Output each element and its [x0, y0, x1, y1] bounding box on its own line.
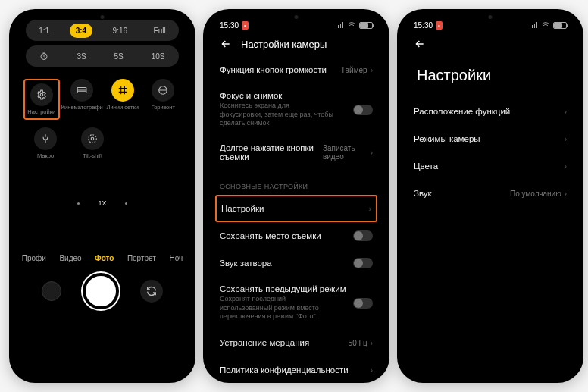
settings-sub-screen: 15:30 • Настройки Расположение функций	[403, 15, 577, 377]
row-shutter-sound[interactable]: Звук затвора	[220, 249, 373, 277]
toggle-location[interactable]	[353, 230, 373, 241]
svg-point-5	[89, 134, 97, 143]
ratio-3-4[interactable]: 3:4	[70, 24, 92, 38]
tool-horizon[interactable]: Горизонт	[145, 79, 181, 120]
mode-photo[interactable]: Фото	[95, 254, 114, 262]
chevron-right-icon: ›	[371, 339, 373, 347]
row-settings[interactable]: Настройки ›	[215, 195, 377, 222]
camera-screen: 1:1 3:4 9:16 Full 3S 5S 10S Настройки	[15, 15, 189, 377]
switch-camera-button[interactable]	[140, 280, 163, 303]
gear-icon	[30, 83, 53, 106]
viewfinder[interactable]: 1X	[15, 166, 189, 249]
tiltshift-icon	[81, 127, 104, 150]
svg-rect-2	[77, 88, 86, 93]
camera-cutout	[489, 15, 493, 19]
aspect-ratio-selector[interactable]: 1:1 3:4 9:16 Full	[26, 20, 179, 41]
mode-pro[interactable]: Профи	[22, 254, 46, 262]
tool-row-1: Настройки Кинематографи Линии сетки Гори…	[15, 71, 189, 123]
zoom-dot-tele[interactable]	[125, 202, 127, 205]
phone-settings-sub: 15:30 • Настройки Расположение функций	[397, 9, 583, 383]
film-icon	[70, 79, 93, 102]
row-sound[interactable]: Звук По умолчанию›	[414, 180, 567, 207]
shutter-row	[15, 267, 189, 320]
chevron-right-icon: ›	[371, 149, 373, 157]
zoom-value[interactable]: 1X	[98, 199, 106, 207]
row-long-press[interactable]: Долгое нажатие кнопки съемки Записать ви…	[220, 136, 373, 169]
timer-5s[interactable]: 5S	[108, 49, 130, 64]
tool-settings-label: Настройки	[27, 109, 55, 115]
back-button[interactable]	[220, 38, 232, 50]
wifi-icon	[541, 22, 550, 29]
camera-cutout	[295, 15, 299, 19]
header: Настройки камеры	[209, 32, 383, 56]
row-flicker[interactable]: Устранение мерцания 50 Гц›	[220, 329, 373, 356]
tool-macro[interactable]: Макро	[27, 127, 64, 159]
svg-point-4	[91, 137, 94, 140]
chevron-right-icon: ›	[371, 366, 373, 375]
horizon-icon	[152, 79, 174, 102]
section-main: ОСНОВНЫЕ НАСТРОЙКИ	[220, 169, 373, 195]
settings-list: Функция кнопок громкости Таймер› Фокус и…	[209, 56, 383, 377]
chevron-right-icon: ›	[565, 190, 567, 198]
page-title: Настройки камеры	[241, 39, 327, 50]
row-save-location[interactable]: Сохранять место съемки	[220, 222, 373, 249]
mode-strip[interactable]: Профи Видео Фото Портрет Ноч	[15, 249, 189, 267]
signal-icon	[335, 22, 344, 29]
tool-grid[interactable]: Линии сетки	[105, 79, 141, 120]
status-rec-icon: •	[242, 21, 249, 30]
ratio-1-1[interactable]: 1:1	[33, 24, 55, 38]
tool-macro-label: Макро	[37, 153, 54, 159]
timer-icon	[33, 49, 55, 64]
back-button[interactable]	[414, 38, 426, 50]
row-prev-mode[interactable]: Сохранять предыдущий режим Сохранят посл…	[220, 277, 373, 329]
ratio-full[interactable]: Full	[148, 24, 172, 38]
toggle-focus[interactable]	[353, 105, 373, 115]
zoom-dot-wide[interactable]	[77, 202, 80, 205]
mode-night[interactable]: Ноч	[169, 254, 183, 262]
svg-point-1	[40, 93, 43, 96]
page-title: Настройки	[403, 56, 577, 98]
tool-row-2: Макро Tilt-shift	[15, 123, 189, 165]
timer-10s[interactable]: 10S	[145, 49, 171, 64]
phone-camera: 1:1 3:4 9:16 Full 3S 5S 10S Настройки	[9, 9, 195, 383]
status-rec-icon: •	[436, 21, 443, 30]
timer-selector[interactable]: 3S 5S 10S	[26, 45, 179, 67]
row-focus-shot[interactable]: Фокус и снимок Коснитесь экрана для фоку…	[220, 83, 373, 136]
chevron-right-icon: ›	[565, 162, 567, 171]
chevron-right-icon: ›	[565, 135, 567, 143]
toggle-prev-mode[interactable]	[353, 298, 373, 309]
toggle-shutter-sound[interactable]	[353, 258, 373, 268]
mode-video[interactable]: Видео	[59, 254, 81, 262]
tool-horizon-label: Горизонт	[152, 105, 175, 111]
settings-screen: 15:30 • Настройки камеры Функция кнопо	[209, 15, 383, 377]
tool-grid-label: Линии сетки	[107, 105, 139, 111]
shutter-button[interactable]	[83, 273, 119, 309]
gallery-thumbnail[interactable]	[42, 281, 61, 301]
chevron-right-icon: ›	[371, 66, 373, 74]
battery-icon	[553, 22, 567, 29]
chevron-right-icon: ›	[369, 205, 371, 213]
mode-portrait[interactable]: Портрет	[127, 254, 156, 262]
tool-cinema[interactable]: Кинематографи	[64, 79, 100, 120]
battery-icon	[359, 22, 373, 29]
signal-icon	[529, 22, 538, 29]
tool-settings[interactable]: Настройки	[23, 79, 60, 120]
tool-tiltshift[interactable]: Tilt-shift	[74, 127, 111, 159]
row-volume-buttons[interactable]: Функция кнопок громкости Таймер›	[220, 56, 373, 83]
wifi-icon	[347, 22, 356, 29]
row-privacy[interactable]: Политика конфиденциальности ›	[220, 356, 373, 377]
row-camera-modes[interactable]: Режимы камеры ›	[414, 125, 567, 152]
chevron-right-icon: ›	[565, 108, 567, 116]
timer-3s[interactable]: 3S	[70, 49, 92, 64]
zoom-indicator[interactable]: 1X	[15, 199, 189, 207]
ratio-9-16[interactable]: 9:16	[107, 24, 133, 38]
status-time: 15:30	[220, 21, 239, 30]
row-colors[interactable]: Цвета ›	[414, 152, 567, 180]
camera-cutout	[101, 15, 105, 19]
tool-cinema-label: Кинематографи	[61, 105, 103, 111]
row-layout[interactable]: Расположение функций ›	[414, 98, 567, 125]
phone-camera-settings: 15:30 • Настройки камеры Функция кнопо	[203, 9, 389, 383]
settings-sub-list: Расположение функций › Режимы камеры › Ц…	[403, 98, 577, 207]
tool-tiltshift-label: Tilt-shift	[83, 153, 102, 159]
status-time: 15:30	[414, 21, 433, 30]
